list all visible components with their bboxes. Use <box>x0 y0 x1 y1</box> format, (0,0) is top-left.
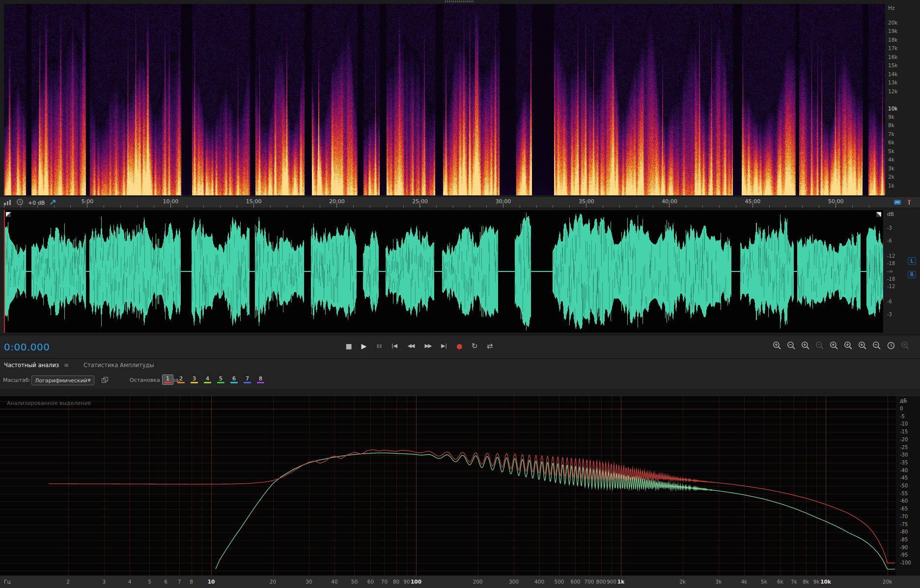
transport-buttons: ■▶▮▮|◀◀◀▶▶▶|●↻⇄ <box>344 340 494 352</box>
frame-hold-button-4[interactable]: 4 <box>202 374 213 385</box>
chart-hz-tick: 8k <box>803 579 809 585</box>
panel-menu-icon[interactable]: ≡ <box>64 362 69 369</box>
chart-hz-tick: 2k <box>679 579 686 585</box>
db-scale-label: -12 <box>887 284 895 289</box>
frequency-scale-label: 12k <box>888 88 897 94</box>
zoom-in-button[interactable] <box>772 341 782 350</box>
go-to-end-button[interactable]: ▶| <box>440 340 448 352</box>
chart-hz-unit-label: Гц <box>4 579 11 585</box>
spectrogram-canvas[interactable] <box>4 4 885 195</box>
chart-hz-tick: 7 <box>178 579 181 585</box>
frame-hold-button-3[interactable]: 3 <box>189 374 200 385</box>
waveform-canvas[interactable] <box>4 210 883 333</box>
frame-hold-button-6[interactable]: 6 <box>228 374 240 385</box>
frame-hold-button-2[interactable]: 2 <box>175 374 187 385</box>
chart-hz-tick: 800 <box>596 579 606 585</box>
frame-hold-number: 6 <box>229 375 239 382</box>
chart-db-tick: -60 <box>900 498 908 504</box>
db-scale-label: -18 <box>887 276 895 282</box>
zoom-buttons <box>772 341 910 350</box>
spectrogram-panel[interactable] <box>4 4 885 195</box>
chart-db-tick: -5 <box>900 414 905 419</box>
analysis-tabs: Частотный анализ≡Статистика Амплитуды <box>4 362 154 369</box>
channel-toggle-l[interactable]: L <box>908 257 916 265</box>
chart-hz-tick: 3k <box>716 579 722 585</box>
frequency-scale-label: 4k <box>888 157 894 162</box>
zoom-out-button[interactable] <box>786 341 796 350</box>
tab-amplitude-statistics[interactable]: Статистика Амплитуды <box>84 362 154 369</box>
loop-playback-button[interactable]: ↻ <box>470 340 479 352</box>
chart-hz-tick: 10 <box>208 579 215 585</box>
db-scale-label: -3 <box>887 312 892 317</box>
panel-grip[interactable] <box>445 0 474 2</box>
zoom-out-full-button[interactable] <box>872 341 882 350</box>
ruler-time-label: 35:00 <box>579 198 594 205</box>
zoom-in-horizontally-button[interactable] <box>801 341 810 350</box>
panel-corner-grip[interactable] <box>876 212 881 217</box>
chart-db-tick: 0 <box>900 406 903 411</box>
frame-hold-color-bar <box>217 382 224 383</box>
chart-annotation: Анализированное выделение <box>7 400 91 406</box>
chart-db-tick: -10 <box>900 421 908 427</box>
zoom-in-at-in-point-button[interactable] <box>829 341 839 350</box>
frame-hold-color-bar <box>257 382 264 383</box>
waveform-panel[interactable] <box>4 210 883 333</box>
frame-hold-button-1[interactable]: 1 <box>162 374 173 385</box>
scale-dropdown[interactable]: Логарифмический ▼ <box>31 375 94 385</box>
chart-db-tick: -85 <box>900 537 908 542</box>
chart-hz-tick: 600 <box>570 579 580 585</box>
channel-toggle-r[interactable]: R <box>908 271 916 278</box>
ruler-right-icons <box>893 198 912 208</box>
marker-icon[interactable] <box>906 198 912 208</box>
chart-db-tick: -55 <box>900 491 908 496</box>
frame-hold-button-8[interactable]: 8 <box>255 374 266 385</box>
tab-frequency-analysis[interactable]: Частотный анализ≡ <box>4 362 69 369</box>
frame-hold-button-5[interactable]: 5 <box>215 374 226 385</box>
panel-corner-grip[interactable] <box>6 212 11 217</box>
frame-hold-number: 8 <box>255 375 266 382</box>
frame-hold-color-bar <box>204 382 211 383</box>
chart-hz-tick: 7k <box>791 579 797 585</box>
stop-button[interactable]: ■ <box>344 340 353 352</box>
timeline-ruler[interactable]: +0 dB 5:0010:0015:0020:0025:0030:0035:00… <box>0 196 920 208</box>
chart-db-tick: -20 <box>900 437 908 442</box>
zoom-reset-button[interactable] <box>900 341 910 350</box>
frequency-scale-label: 2k <box>888 174 894 180</box>
chart-hz-tick: 400 <box>534 579 544 585</box>
ruler-time-label: 25:00 <box>412 198 428 205</box>
chart-hz-tick: 500 <box>554 579 564 585</box>
db-scale-label: -6 <box>887 299 892 304</box>
go-to-start-button[interactable]: |◀ <box>390 340 399 352</box>
fast-forward-button[interactable]: ▶▶ <box>422 340 433 352</box>
chart-db-tick: -70 <box>900 514 908 519</box>
analysis-controls: Масштаб: Логарифмический ▼ Остановка кад… <box>0 372 920 389</box>
chart-db-tick: -15 <box>900 429 908 434</box>
copy-graph-icon[interactable] <box>101 376 109 386</box>
frequency-scale-label: 15k <box>888 62 897 68</box>
zoom-in-at-out-point-button[interactable] <box>858 341 867 350</box>
chart-db-tick: -100 <box>900 560 911 565</box>
rewind-button[interactable]: ◀◀ <box>405 340 416 352</box>
audio-editor-window: Hz 20k19k18k17k16k15k14k13k12k10k9k8k7k6… <box>0 0 920 588</box>
frequency-scale-label: 7k <box>888 131 894 137</box>
frequency-scale-label: 20k <box>888 20 897 26</box>
ruler-time-label: 15:00 <box>246 198 262 205</box>
play-button[interactable]: ▶ <box>360 340 368 352</box>
timer-button[interactable] <box>886 341 896 350</box>
skip-selection-button[interactable]: ⇄ <box>485 340 494 352</box>
chart-hz-tick: 200 <box>473 579 482 585</box>
loudness-icon[interactable] <box>893 198 901 208</box>
chart-db-tick: -75 <box>900 522 908 527</box>
frame-hold-color-bar <box>191 382 198 383</box>
frequency-scale-label: 8k <box>888 122 894 128</box>
frequency-unit-label: Hz <box>888 5 894 11</box>
time-display[interactable]: 0:00.000 <box>4 341 50 353</box>
ruler-time-label: 45:00 <box>745 198 761 205</box>
record-button[interactable]: ● <box>455 340 464 352</box>
zoom-to-selection-button[interactable] <box>843 341 853 350</box>
zoom-out-horizontally-button[interactable] <box>815 341 825 350</box>
pause-button[interactable]: ▮▮ <box>375 340 384 352</box>
frame-hold-button-7[interactable]: 7 <box>242 374 253 385</box>
chart-hz-tick: 40 <box>331 579 337 585</box>
frequency-scale-label: 10k <box>888 106 897 111</box>
